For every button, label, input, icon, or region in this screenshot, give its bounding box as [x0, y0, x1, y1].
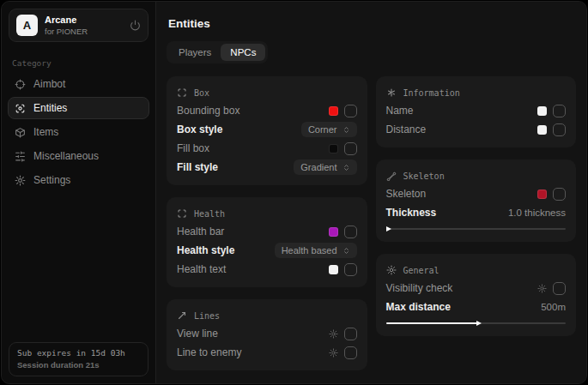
box-card-header: Box — [177, 84, 357, 101]
setting-row-view-line: View line — [177, 324, 357, 343]
tab-bar: Players NPCs — [167, 41, 268, 63]
setting-row-max-distance: Max distance 500m — [386, 298, 567, 316]
lines-card-header: Lines — [177, 307, 357, 324]
sidebar-item-settings[interactable]: Settings — [8, 169, 149, 191]
checkbox[interactable] — [553, 123, 566, 136]
gear-icon — [15, 175, 26, 186]
information-card-header: Information — [386, 84, 567, 101]
row-label: Fill style — [177, 161, 218, 173]
sidebar-item-aimbot[interactable]: Aimbot — [8, 73, 149, 95]
brand-logo: A — [16, 15, 38, 36]
box-style-dropdown[interactable]: Corner — [301, 122, 357, 137]
tab-players[interactable]: Players — [169, 44, 221, 61]
row-label: Bounding box — [177, 105, 239, 117]
chevrons-up-down-icon — [342, 126, 350, 134]
health-card: Health Health bar Health style Health ba… — [167, 197, 367, 287]
row-label: Thickness — [386, 207, 437, 219]
setting-row-health-text: Health text — [177, 260, 357, 279]
sidebar-item-label: Aimbot — [33, 78, 65, 90]
chevrons-up-down-icon — [342, 247, 350, 255]
row-label: Health style — [177, 244, 234, 256]
setting-row-health-bar: Health bar — [177, 222, 357, 241]
setting-row-skeleton: Skeleton — [386, 184, 567, 203]
max-distance-slider[interactable] — [386, 319, 567, 328]
checkbox[interactable] — [553, 105, 566, 117]
checkbox[interactable] — [553, 282, 566, 295]
row-label: View line — [177, 328, 218, 340]
row-label: Distance — [386, 123, 427, 135]
crosshair-icon — [15, 79, 26, 90]
sliders-icon — [15, 151, 26, 162]
color-swatch[interactable] — [329, 106, 338, 116]
checkbox[interactable] — [553, 188, 566, 201]
page-title: Entities — [168, 17, 576, 30]
setting-row-health-style: Health style Health based — [177, 241, 357, 260]
brand-text: Arcane for PIONER — [45, 15, 130, 36]
color-swatch[interactable] — [537, 125, 547, 135]
gear-icon[interactable] — [537, 284, 547, 293]
slider-fill — [386, 322, 480, 324]
row-label: Health bar — [177, 226, 224, 238]
slider-track — [386, 228, 567, 230]
setting-row-fill-box: Fill box — [177, 139, 357, 158]
general-card: General Visibility check — [376, 254, 577, 336]
information-card: Information Name Distance — [376, 76, 577, 147]
color-swatch[interactable] — [329, 144, 338, 153]
slider-thumb[interactable] — [476, 321, 482, 326]
skeleton-card: Skeleton Skeleton Thickness 1.0 thicknes… — [376, 159, 577, 242]
sidebar-item-items[interactable]: Items — [8, 121, 149, 143]
row-label: Visibility check — [386, 282, 453, 294]
diagonal-line-icon — [177, 310, 187, 321]
checkbox[interactable] — [344, 142, 357, 155]
color-swatch[interactable] — [329, 265, 338, 274]
dropdown-value: Gradient — [300, 162, 336, 172]
sidebar-item-miscellaneous[interactable]: Miscellaneous — [8, 145, 149, 167]
card-title: Health — [194, 209, 225, 219]
health-style-dropdown[interactable]: Health based — [275, 243, 357, 258]
color-swatch[interactable] — [329, 227, 338, 237]
card-title: Skeleton — [403, 171, 445, 181]
checkbox[interactable] — [344, 263, 357, 276]
color-swatch[interactable] — [537, 106, 547, 116]
gear-icon[interactable] — [329, 329, 338, 339]
sub-expiry-text: Sub expires in 15d 03h — [17, 348, 140, 358]
thickness-slider[interactable] — [386, 225, 567, 233]
lines-card: Lines View line — [167, 299, 367, 370]
setting-row-visibility-check: Visibility check — [386, 279, 567, 298]
package-icon — [15, 127, 26, 138]
slider-thumb[interactable] — [386, 226, 391, 232]
checkbox[interactable] — [344, 226, 357, 238]
app-window: A Arcane for PIONER Category A — [1, 1, 587, 384]
fill-style-dropdown[interactable]: Gradient — [294, 159, 356, 175]
checkbox[interactable] — [344, 105, 357, 117]
row-label: Skeleton — [386, 188, 427, 200]
sidebar-item-entities[interactable]: Entities — [8, 97, 149, 119]
row-label: Max distance — [386, 301, 451, 313]
checkbox[interactable] — [344, 346, 357, 359]
brand-card: A Arcane for PIONER — [9, 9, 149, 42]
sidebar-item-label: Items — [33, 126, 58, 138]
main-panel: Entities Players NPCs Box — [156, 2, 586, 383]
brand-name: Arcane — [45, 15, 130, 25]
color-swatch[interactable] — [537, 189, 547, 199]
power-icon[interactable] — [130, 20, 141, 31]
gear-icon[interactable] — [329, 348, 338, 358]
chevrons-up-down-icon — [342, 164, 350, 171]
tab-npcs[interactable]: NPCs — [221, 44, 265, 61]
general-card-header: General — [386, 262, 567, 279]
row-label: Health text — [177, 263, 226, 275]
row-label: Line to enemy — [177, 346, 241, 358]
session-duration-text: Session duration 21s — [17, 360, 140, 370]
gear-icon — [386, 265, 397, 275]
setting-row-line-to-enemy: Line to enemy — [177, 343, 357, 362]
entity-scan-icon — [15, 103, 26, 114]
setting-row-bounding-box: Bounding box — [177, 101, 357, 120]
setting-row-fill-style: Fill style Gradient — [177, 158, 357, 177]
sidebar-item-label: Entities — [33, 102, 67, 114]
subscription-info-card: Sub expires in 15d 03h Session duration … — [9, 342, 149, 376]
dropdown-value: Corner — [308, 124, 337, 135]
sidebar: A Arcane for PIONER Category A — [2, 2, 156, 383]
checkbox[interactable] — [344, 328, 357, 340]
max-distance-value: 500m — [541, 302, 566, 312]
sidebar-nav: Aimbot Entities Items — [2, 72, 155, 192]
